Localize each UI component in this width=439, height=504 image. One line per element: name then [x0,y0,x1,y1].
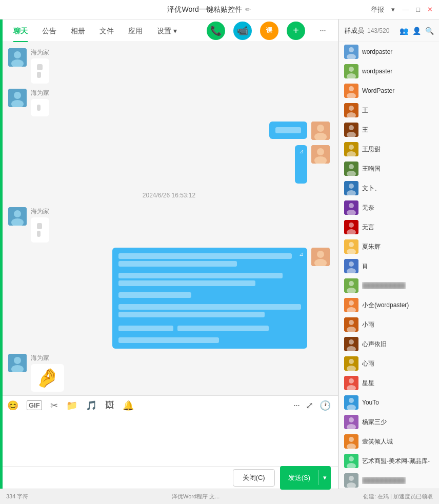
class-button[interactable]: 课 [260,22,278,40]
blurred-content [118,304,301,310]
avatar [8,207,27,226]
left-accent [0,19,3,489]
maximize-button[interactable]: □ [416,6,420,13]
add-member-icon[interactable]: 👤 [412,27,421,35]
image-button[interactable]: 🖼 [105,400,114,411]
add-button[interactable]: + [287,22,305,40]
member-item[interactable]: 王 [339,100,439,120]
blurred-content [118,280,255,286]
member-item[interactable]: ██████████ [339,276,439,295]
cut-button[interactable]: ✂ [50,400,58,411]
member-item[interactable]: 肖 [339,256,439,276]
member-avatar [344,298,358,312]
svg-point-76 [349,398,354,403]
member-item[interactable]: 心声依旧 [339,334,439,354]
member-item[interactable]: 夏朱辉 [339,237,439,256]
member-avatar [344,64,358,78]
group-manage-icon[interactable]: 👥 [400,27,408,35]
folder-button[interactable]: 📁 [66,400,77,411]
member-item[interactable]: 艺术商盟-美术网-藏品库- [339,451,439,471]
status-right: 创建: 在鸡 | 加速度员已领取 [363,493,433,500]
svg-point-25 [349,67,354,72]
member-name: 王思甜 [362,145,381,154]
more-button[interactable]: ··· [313,22,332,40]
member-avatar [344,376,358,390]
svg-point-28 [349,86,354,91]
timestamp: 2024/6/26 16:53:12 [8,192,330,199]
video-button[interactable]: 📹 [233,22,252,40]
member-item[interactable]: 无奈 [339,198,439,217]
member-item[interactable]: 王思甜 [339,139,439,159]
close-button[interactable]: ✕ [427,6,433,13]
input-footer: 关闭(C) 发送(S) ▾ [0,466,338,489]
member-item[interactable]: 王噌国 [339,159,439,178]
message-input[interactable] [7,419,331,455]
tab-apps[interactable]: 应用 [121,19,150,42]
avatar [8,48,27,67]
send-dropdown-arrow[interactable]: ▾ [318,470,331,485]
member-item[interactable]: YouTo [339,393,439,412]
tab-chat[interactable]: 聊天 [6,19,35,42]
send-button[interactable]: 发送(S) ▾ [280,466,331,490]
member-item[interactable]: ██████████ [339,471,439,489]
history-button[interactable]: 🕐 [320,400,331,411]
member-item[interactable]: wordpaster [339,42,439,62]
message-bubble [31,217,49,243]
app-title: 泽优Word一键粘贴控件 [167,5,242,14]
blurred-content [118,337,219,343]
gif-button[interactable]: GIF [27,400,42,410]
member-avatar [344,181,358,195]
edit-icon[interactable]: ✏ [245,6,251,13]
tab-settings[interactable]: 设置 ▾ [150,19,184,42]
message-row: 海为家 [8,89,330,116]
svg-point-49 [349,223,354,228]
blurred-content [37,231,41,237]
member-item[interactable]: 无言 [339,217,439,237]
member-name: 心声依旧 [362,340,387,349]
blurred-content [118,273,283,278]
collapse-button[interactable]: ⊿ [297,250,305,258]
report-label[interactable]: 举报 [371,5,384,14]
svg-point-4 [14,92,21,99]
member-avatar [344,356,358,371]
message-bubble: ⊿ [295,145,307,184]
member-name: WordPaster [362,87,394,94]
close-chat-button[interactable]: 关闭(C) [233,469,275,487]
member-name: wordpaster [362,68,392,75]
member-item[interactable]: 杨家三少 [339,412,439,432]
collapse-button[interactable]: ⊿ [297,147,305,155]
tab-files[interactable]: 文件 [92,19,121,42]
message-bubble [31,58,49,84]
member-item[interactable]: WordPaster [339,81,439,100]
minimize-button[interactable]: — [402,6,409,13]
messages-area[interactable]: 海为家 海为家 [0,42,338,395]
more-tools-button[interactable]: ··· [293,400,300,411]
member-item[interactable]: 小雨 [339,315,439,334]
member-name: ██████████ [362,477,406,484]
avatar [311,145,330,164]
member-item[interactable]: 心雨 [339,354,439,373]
member-item[interactable]: 星星 [339,373,439,393]
member-item[interactable]: 王 [339,120,439,139]
member-item[interactable]: 壹笑倾人城 [339,432,439,451]
main-layout: 聊天 公告 相册 文件 应用 设置 ▾ 📞 📹 课 + ··· [0,19,439,489]
message-row: ⊿ [8,248,330,349]
phone-button[interactable]: 📞 [207,22,225,40]
member-item[interactable]: 文卜、 [339,178,439,198]
member-avatar [344,454,358,468]
tab-announcement[interactable]: 公告 [35,19,64,42]
search-member-icon[interactable]: 🔍 [425,27,434,35]
member-count: 143/520 [367,27,389,34]
message-bubble [31,99,49,116]
member-item[interactable]: 小全(wordpaster) [339,295,439,315]
tab-album[interactable]: 相册 [64,19,92,42]
music-button[interactable]: 🎵 [86,400,97,411]
notify-button[interactable]: 🔔 [123,400,134,411]
emoji-button[interactable]: 😊 [7,400,18,411]
member-panel: 群成员 143/520 👥 👤 🔍 wordpasterwordpasterWo… [338,19,439,489]
dropdown-icon[interactable]: ▾ [391,6,395,13]
svg-point-34 [349,125,354,130]
member-item[interactable]: wordpaster [339,62,439,81]
title-bar-center: 泽优Word一键粘贴控件 ✏ [167,5,250,14]
expand-button[interactable]: ⤢ [306,400,313,411]
